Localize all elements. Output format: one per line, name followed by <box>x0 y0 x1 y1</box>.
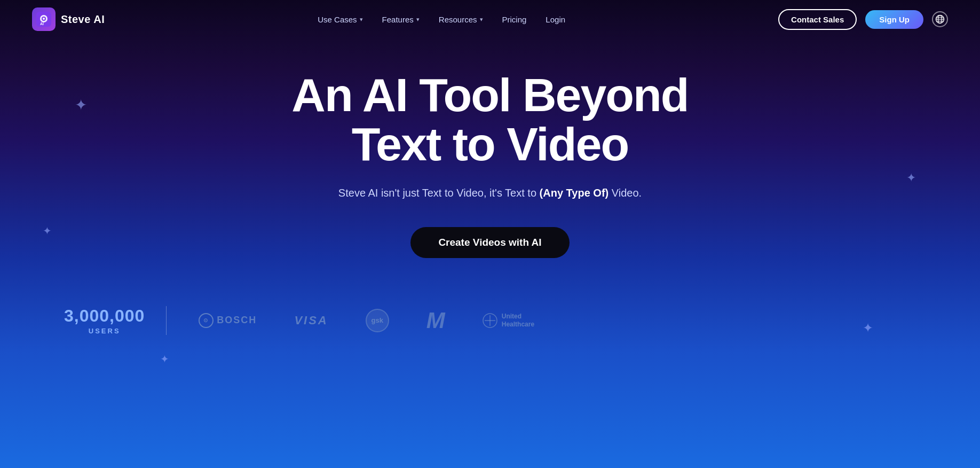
users-count: 3,000,000 USERS <box>64 306 167 335</box>
create-videos-button[interactable]: Create Videos with AI <box>410 227 569 258</box>
nav-actions: Contact Sales Sign Up <box>778 9 948 30</box>
sign-up-button[interactable]: Sign Up <box>865 10 923 29</box>
hero-section: An AI Tool Beyond Text to Video Steve AI… <box>0 38 980 279</box>
chevron-down-icon: ▾ <box>480 16 483 23</box>
bottom-bar: 3,000,000 USERS ⊙ BOSCH VISA gsk M <box>0 290 980 351</box>
globe-icon[interactable] <box>932 11 948 27</box>
logo-svg: AI <box>36 12 51 27</box>
brand-gsk: gsk <box>366 309 389 332</box>
hero-title: An AI Tool Beyond Text to Video <box>291 71 688 169</box>
nav-use-cases[interactable]: Use Cases ▾ <box>318 15 362 24</box>
brand-bosch: ⊙ BOSCH <box>199 313 257 328</box>
svg-point-3 <box>43 18 45 20</box>
nav-login[interactable]: Login <box>546 15 565 24</box>
nav-features[interactable]: Features ▾ <box>382 15 420 24</box>
nav-links: Use Cases ▾ Features ▾ Resources ▾ Prici… <box>318 15 565 24</box>
nav-pricing[interactable]: Pricing <box>502 15 527 24</box>
logo-area[interactable]: AI Steve AI <box>32 7 105 31</box>
brand-mcdonalds: M <box>426 308 445 333</box>
decoration-star-5: ✦ <box>160 353 169 365</box>
brand-united-healthcare: United Healthcare <box>483 313 534 328</box>
users-number: 3,000,000 <box>64 306 145 326</box>
contact-sales-button[interactable]: Contact Sales <box>778 9 857 30</box>
uh-icon <box>483 313 497 328</box>
brand-visa: VISA <box>294 314 328 327</box>
users-label: USERS <box>89 327 121 335</box>
chevron-down-icon: ▾ <box>360 16 363 23</box>
logo-icon: AI <box>32 7 56 31</box>
page-wrapper: ✦ ✦ ✦ ✦ ✦ AI <box>0 0 980 468</box>
logo-text: Steve AI <box>61 13 105 26</box>
nav-resources[interactable]: Resources ▾ <box>439 15 483 24</box>
bosch-circle-icon: ⊙ <box>199 313 214 328</box>
svg-text:AI: AI <box>40 22 44 26</box>
globe-svg <box>935 14 945 24</box>
chevron-down-icon: ▾ <box>416 16 420 23</box>
brand-logos: ⊙ BOSCH VISA gsk M <box>167 308 534 333</box>
hero-subtitle: Steve AI isn't just Text to Video, it's … <box>338 184 642 201</box>
uh-text: United Healthcare <box>502 313 534 328</box>
navbar: AI Steve AI Use Cases ▾ Features ▾ <box>0 0 980 38</box>
